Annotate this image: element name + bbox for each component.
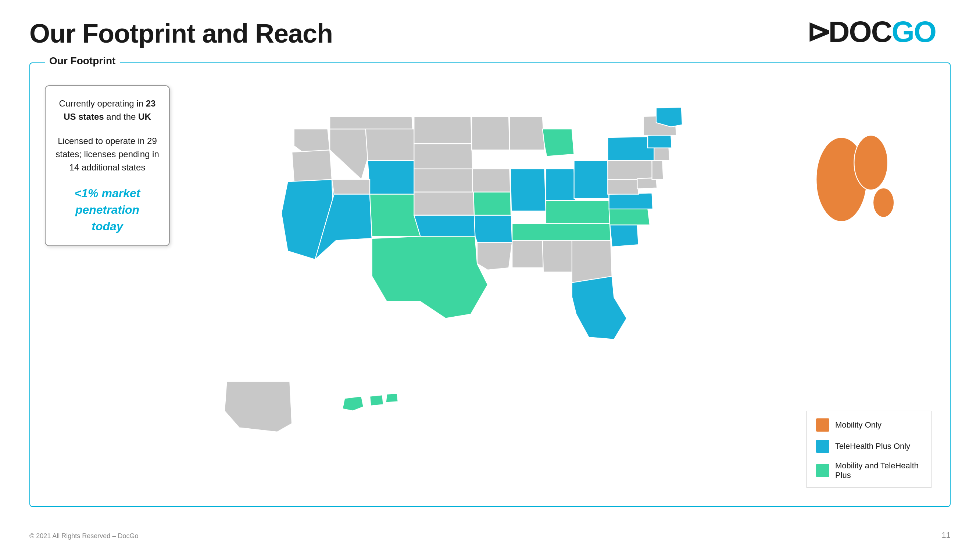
logo-go: GO xyxy=(892,16,936,48)
svg-marker-47 xyxy=(370,395,383,406)
svg-marker-21 xyxy=(477,243,512,270)
svg-marker-26 xyxy=(574,160,609,198)
svg-marker-37 xyxy=(608,160,653,179)
svg-marker-7 xyxy=(368,160,418,194)
footprint-label: Our Footprint xyxy=(45,55,120,67)
map-container: Mobility Only TeleHealth Plus Only Mobil… xyxy=(185,70,942,499)
svg-marker-24 xyxy=(542,129,574,156)
svg-marker-46 xyxy=(343,396,364,411)
footer-page-number: 11 xyxy=(942,530,951,540)
svg-marker-22 xyxy=(509,116,544,150)
svg-marker-33 xyxy=(610,224,638,247)
svg-marker-10 xyxy=(370,194,420,237)
legend-item-mobility: Mobility Only xyxy=(816,418,922,432)
svg-marker-41 xyxy=(654,147,670,160)
svg-marker-28 xyxy=(512,224,611,241)
svg-marker-13 xyxy=(414,169,474,192)
market-penetration: <1% marketpenetrationtoday xyxy=(55,185,160,234)
svg-point-50 xyxy=(854,135,888,190)
svg-marker-15 xyxy=(414,215,475,236)
svg-marker-44 xyxy=(656,107,682,127)
legend-label-mobility: Mobility Only xyxy=(835,420,881,430)
legend-color-telehealth xyxy=(816,440,829,453)
svg-marker-25 xyxy=(546,169,575,200)
svg-marker-18 xyxy=(473,169,511,192)
svg-marker-34 xyxy=(609,208,650,225)
svg-marker-32 xyxy=(572,276,627,340)
svg-marker-1 xyxy=(292,150,332,181)
info-line2: Licensed to operate in 29 states; licens… xyxy=(55,135,160,174)
svg-marker-8 xyxy=(332,179,370,194)
svg-marker-42 xyxy=(648,135,671,148)
svg-marker-48 xyxy=(386,394,398,403)
svg-marker-11 xyxy=(414,116,472,144)
svg-marker-20 xyxy=(474,215,512,243)
legend-label-both: Mobility and TeleHealth Plus xyxy=(835,461,922,480)
footer-copyright: © 2021 All Rights Reserved – DocGo xyxy=(29,532,138,540)
svg-point-51 xyxy=(873,188,894,218)
page-title: Our Footprint and Reach xyxy=(29,18,332,49)
legend-item-telehealth: TeleHealth Plus Only xyxy=(816,440,922,453)
svg-marker-12 xyxy=(414,144,473,169)
svg-marker-14 xyxy=(414,192,474,215)
svg-marker-29 xyxy=(512,241,543,268)
svg-marker-16 xyxy=(372,236,488,318)
legend-box: Mobility Only TeleHealth Plus Only Mobil… xyxy=(807,411,931,488)
logo-arrow: ⊳ xyxy=(807,16,830,48)
legend-item-both: Mobility and TeleHealth Plus xyxy=(816,461,922,480)
svg-marker-17 xyxy=(472,116,509,150)
svg-marker-40 xyxy=(652,160,663,179)
legend-color-mobility xyxy=(816,418,829,432)
svg-marker-36 xyxy=(608,178,638,194)
info-line1: Currently operating in 23 US states and … xyxy=(55,97,160,124)
legend-label-telehealth: TeleHealth Plus Only xyxy=(835,441,910,451)
svg-marker-45 xyxy=(224,381,292,432)
svg-marker-35 xyxy=(609,193,653,209)
svg-marker-6 xyxy=(366,129,416,163)
svg-marker-27 xyxy=(546,200,610,224)
logo-doc: DOC xyxy=(829,16,892,48)
footprint-container: Our Footprint Currently operating in 23 … xyxy=(29,62,951,507)
logo: ⊳DOCGO xyxy=(807,15,936,49)
svg-marker-30 xyxy=(542,241,573,272)
svg-marker-23 xyxy=(511,169,546,211)
svg-marker-4 xyxy=(330,129,368,179)
info-box: Currently operating in 23 US states and … xyxy=(45,85,170,246)
svg-marker-0 xyxy=(294,129,330,152)
legend-color-both xyxy=(816,464,829,477)
